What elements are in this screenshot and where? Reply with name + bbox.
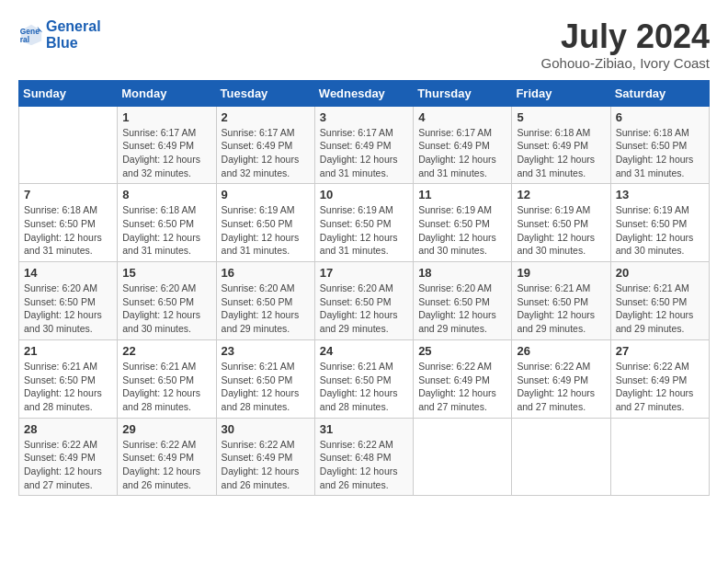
calendar-cell: 4Sunrise: 6:17 AM Sunset: 6:49 PM Daylig…: [414, 106, 512, 184]
calendar-cell: 16Sunrise: 6:20 AM Sunset: 6:50 PM Dayli…: [216, 262, 314, 340]
calendar-cell: 19Sunrise: 6:21 AM Sunset: 6:50 PM Dayli…: [512, 262, 610, 340]
day-number: 8: [122, 188, 210, 201]
calendar-cell: 14Sunrise: 6:20 AM Sunset: 6:50 PM Dayli…: [19, 262, 118, 340]
day-number: 5: [517, 110, 605, 124]
day-number: 27: [616, 344, 704, 358]
calendar-cell: 25Sunrise: 6:22 AM Sunset: 6:49 PM Dayli…: [414, 339, 512, 418]
calendar-cell: 27Sunrise: 6:22 AM Sunset: 6:49 PM Dayli…: [610, 339, 709, 418]
day-info: Sunrise: 6:20 AM Sunset: 6:50 PM Dayligh…: [222, 282, 310, 336]
day-info: Sunrise: 6:21 AM Sunset: 6:50 PM Dayligh…: [122, 360, 210, 414]
day-info: Sunrise: 6:17 AM Sunset: 6:49 PM Dayligh…: [418, 126, 506, 180]
calendar-cell: 23Sunrise: 6:21 AM Sunset: 6:50 PM Dayli…: [216, 339, 314, 418]
day-number: 1: [122, 110, 210, 124]
logo-text: GeneralBlue: [46, 18, 101, 51]
day-info: Sunrise: 6:22 AM Sunset: 6:49 PM Dayligh…: [418, 360, 506, 414]
calendar-cell: 5Sunrise: 6:18 AM Sunset: 6:49 PM Daylig…: [512, 106, 610, 184]
day-number: 12: [517, 188, 605, 201]
day-info: Sunrise: 6:20 AM Sunset: 6:50 PM Dayligh…: [24, 282, 112, 336]
day-number: 15: [122, 266, 210, 280]
day-number: 9: [222, 188, 310, 201]
calendar-table: SundayMondayTuesdayWednesdayThursdayFrid…: [18, 80, 710, 497]
day-info: Sunrise: 6:21 AM Sunset: 6:50 PM Dayligh…: [616, 282, 704, 336]
weekday-header-row: SundayMondayTuesdayWednesdayThursdayFrid…: [19, 80, 710, 106]
day-number: 6: [616, 110, 704, 124]
calendar-cell: 9Sunrise: 6:19 AM Sunset: 6:50 PM Daylig…: [216, 184, 314, 262]
day-info: Sunrise: 6:19 AM Sunset: 6:50 PM Dayligh…: [616, 203, 704, 258]
day-number: 13: [616, 188, 704, 201]
day-info: Sunrise: 6:20 AM Sunset: 6:50 PM Dayligh…: [418, 282, 506, 336]
day-info: Sunrise: 6:22 AM Sunset: 6:49 PM Dayligh…: [616, 360, 704, 414]
calendar-cell: 6Sunrise: 6:18 AM Sunset: 6:50 PM Daylig…: [610, 106, 709, 184]
day-info: Sunrise: 6:21 AM Sunset: 6:50 PM Dayligh…: [222, 360, 310, 414]
day-info: Sunrise: 6:21 AM Sunset: 6:50 PM Dayligh…: [24, 360, 112, 414]
calendar-cell: 31Sunrise: 6:22 AM Sunset: 6:48 PM Dayli…: [314, 418, 413, 496]
day-number: 7: [24, 188, 112, 201]
day-info: Sunrise: 6:18 AM Sunset: 6:50 PM Dayligh…: [24, 203, 112, 258]
calendar-cell: 30Sunrise: 6:22 AM Sunset: 6:49 PM Dayli…: [216, 418, 314, 496]
day-info: Sunrise: 6:18 AM Sunset: 6:50 PM Dayligh…: [122, 203, 210, 258]
calendar-cell: 13Sunrise: 6:19 AM Sunset: 6:50 PM Dayli…: [610, 184, 709, 262]
calendar-cell: 24Sunrise: 6:21 AM Sunset: 6:50 PM Dayli…: [314, 339, 413, 418]
day-info: Sunrise: 6:17 AM Sunset: 6:49 PM Dayligh…: [122, 126, 210, 180]
calendar-cell: 2Sunrise: 6:17 AM Sunset: 6:49 PM Daylig…: [216, 106, 314, 184]
day-number: 24: [320, 344, 408, 358]
day-number: 22: [122, 344, 210, 358]
day-number: 4: [418, 110, 506, 124]
day-number: 19: [517, 266, 605, 280]
weekday-header: Saturday: [610, 80, 709, 106]
location-title: Gohouo-Zibiao, Ivory Coast: [541, 55, 710, 71]
day-info: Sunrise: 6:19 AM Sunset: 6:50 PM Dayligh…: [222, 203, 310, 258]
calendar-cell: 11Sunrise: 6:19 AM Sunset: 6:50 PM Dayli…: [414, 184, 512, 262]
calendar-cell: [610, 418, 709, 496]
day-number: 14: [24, 266, 112, 280]
logo: Gene ral GeneralBlue: [18, 18, 101, 51]
day-number: 28: [24, 422, 112, 436]
day-number: 26: [517, 344, 605, 358]
day-info: Sunrise: 6:22 AM Sunset: 6:49 PM Dayligh…: [222, 438, 310, 492]
day-number: 10: [320, 188, 408, 201]
day-number: 17: [320, 266, 408, 280]
calendar-cell: 1Sunrise: 6:17 AM Sunset: 6:49 PM Daylig…: [118, 106, 216, 184]
day-number: 29: [122, 422, 210, 436]
day-number: 31: [320, 422, 408, 436]
calendar-cell: 10Sunrise: 6:19 AM Sunset: 6:50 PM Dayli…: [314, 184, 413, 262]
svg-text:ral: ral: [20, 35, 29, 44]
calendar-cell: 12Sunrise: 6:19 AM Sunset: 6:50 PM Dayli…: [512, 184, 610, 262]
calendar-cell: [512, 418, 610, 496]
calendar-cell: 17Sunrise: 6:20 AM Sunset: 6:50 PM Dayli…: [314, 262, 413, 340]
logo-icon: Gene ral: [18, 22, 44, 48]
day-number: 23: [222, 344, 310, 358]
calendar-cell: 15Sunrise: 6:20 AM Sunset: 6:50 PM Dayli…: [118, 262, 216, 340]
day-info: Sunrise: 6:17 AM Sunset: 6:49 PM Dayligh…: [320, 126, 408, 180]
weekday-header: Friday: [512, 80, 610, 106]
calendar-cell: 20Sunrise: 6:21 AM Sunset: 6:50 PM Dayli…: [610, 262, 709, 340]
day-info: Sunrise: 6:21 AM Sunset: 6:50 PM Dayligh…: [320, 360, 408, 414]
calendar-cell: 26Sunrise: 6:22 AM Sunset: 6:49 PM Dayli…: [512, 339, 610, 418]
page-header: Gene ral GeneralBlue July 2024 Gohouo-Zi…: [18, 18, 710, 71]
calendar-cell: 29Sunrise: 6:22 AM Sunset: 6:49 PM Dayli…: [118, 418, 216, 496]
calendar-cell: [414, 418, 512, 496]
month-title: July 2024: [541, 18, 710, 55]
day-number: 30: [222, 422, 310, 436]
calendar-cell: 3Sunrise: 6:17 AM Sunset: 6:49 PM Daylig…: [314, 106, 413, 184]
calendar-cell: [19, 106, 118, 184]
day-number: 18: [418, 266, 506, 280]
day-number: 3: [320, 110, 408, 124]
weekday-header: Sunday: [19, 80, 118, 106]
day-info: Sunrise: 6:22 AM Sunset: 6:49 PM Dayligh…: [517, 360, 605, 414]
calendar-cell: 8Sunrise: 6:18 AM Sunset: 6:50 PM Daylig…: [118, 184, 216, 262]
calendar-week-row: 14Sunrise: 6:20 AM Sunset: 6:50 PM Dayli…: [19, 262, 710, 340]
day-info: Sunrise: 6:17 AM Sunset: 6:49 PM Dayligh…: [222, 126, 310, 180]
day-info: Sunrise: 6:21 AM Sunset: 6:50 PM Dayligh…: [517, 282, 605, 336]
day-info: Sunrise: 6:22 AM Sunset: 6:48 PM Dayligh…: [320, 438, 408, 492]
weekday-header: Monday: [118, 80, 216, 106]
calendar-week-row: 21Sunrise: 6:21 AM Sunset: 6:50 PM Dayli…: [19, 339, 710, 418]
calendar-week-row: 1Sunrise: 6:17 AM Sunset: 6:49 PM Daylig…: [19, 106, 710, 184]
day-number: 21: [24, 344, 112, 358]
day-info: Sunrise: 6:19 AM Sunset: 6:50 PM Dayligh…: [418, 203, 506, 258]
day-number: 16: [222, 266, 310, 280]
day-info: Sunrise: 6:22 AM Sunset: 6:49 PM Dayligh…: [24, 438, 112, 492]
day-info: Sunrise: 6:18 AM Sunset: 6:50 PM Dayligh…: [616, 126, 704, 180]
day-number: 25: [418, 344, 506, 358]
day-info: Sunrise: 6:20 AM Sunset: 6:50 PM Dayligh…: [320, 282, 408, 336]
